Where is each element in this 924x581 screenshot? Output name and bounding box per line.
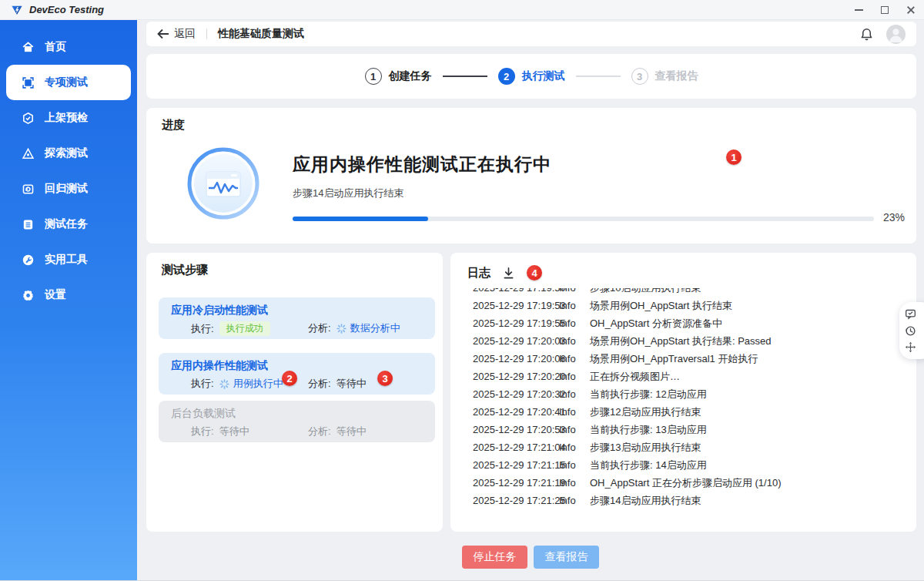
spinner-icon bbox=[336, 324, 346, 334]
sidebar-item-label: 上架预检 bbox=[45, 111, 88, 125]
step-create-task: 1 创建任务 bbox=[365, 68, 432, 85]
exec-status: 用例执行中 bbox=[233, 377, 283, 391]
sidebar-item-home[interactable]: 首页 bbox=[6, 29, 131, 65]
page-title: 性能基础质量测试 bbox=[218, 27, 304, 41]
test-step-in-app-operation[interactable]: 应用内操作性能测试 执行: 用例执行中 分析: 等待中 2 3 bbox=[159, 353, 435, 395]
log-level: Info bbox=[559, 297, 590, 314]
sidebar-item-utilities[interactable]: 实用工具 bbox=[6, 242, 131, 277]
log-timestamp: 2025-12-29 17:19:50 bbox=[473, 288, 559, 297]
log-message: OH_AppStart 正在分析步骤启动应用 (1/10) bbox=[590, 474, 782, 492]
log-timestamp: 2025-12-29 17:21:25 bbox=[473, 492, 559, 509]
sidebar-item-exploratory-test[interactable]: 探索测试 bbox=[6, 136, 131, 171]
log-message: OH_AppStart 分析资源准备中 bbox=[590, 314, 722, 332]
log-message: 场景用例OH_AppStart 执行结束 bbox=[590, 297, 732, 314]
tools-icon bbox=[22, 254, 35, 267]
log-row: 2025-12-29 17:20:20 Info 正在拆分视频图片… bbox=[450, 368, 913, 385]
log-message: 步骤13启动应用执行结束 bbox=[590, 438, 701, 456]
regression-icon bbox=[22, 183, 35, 196]
progress-percent: 23% bbox=[883, 211, 905, 223]
back-arrow-icon bbox=[157, 29, 169, 39]
download-log-icon[interactable] bbox=[502, 267, 515, 280]
sidebar-item-label: 首页 bbox=[45, 40, 66, 54]
log-message: 当前执行步骤: 14启动应用 bbox=[590, 456, 707, 474]
sidebar-item-label: 探索测试 bbox=[45, 146, 88, 160]
back-button[interactable]: 返回 bbox=[157, 27, 196, 41]
sidebar-item-settings[interactable]: 设置 bbox=[6, 277, 131, 313]
log-level: Info bbox=[559, 403, 590, 421]
step-label: 创建任务 bbox=[389, 69, 432, 83]
log-row: 2025-12-29 17:19:55 Info OH_AppStart 分析资… bbox=[450, 314, 913, 332]
analysis-status: 数据分析中 bbox=[350, 321, 400, 335]
test-step-name: 应用内操作性能测试 bbox=[171, 359, 435, 373]
log-title: 日志 bbox=[467, 266, 490, 280]
close-button[interactable] bbox=[898, 0, 924, 19]
spinner-icon bbox=[219, 379, 229, 389]
header-divider bbox=[206, 29, 207, 39]
test-step-cold-start[interactable]: 应用冷启动性能测试 执行: 执行成功 分析: 数据分析中 bbox=[159, 297, 435, 339]
log-message: 场景用例OH_AppStart 执行结果: Passed bbox=[590, 332, 772, 350]
sidebar-item-special-test[interactable]: 专项测试 bbox=[6, 65, 131, 100]
log-message: 正在拆分视频图片… bbox=[590, 368, 680, 385]
log-message: 步骤10启动应用执行结束 bbox=[590, 288, 701, 297]
stop-task-button[interactable]: 停止任务 bbox=[462, 546, 527, 569]
log-row: 2025-12-29 17:20:32 Info 当前执行步骤: 12启动应用 bbox=[450, 385, 913, 403]
triangle-explore-icon bbox=[22, 147, 35, 160]
home-icon bbox=[22, 41, 35, 54]
log-timestamp: 2025-12-29 17:20:32 bbox=[473, 385, 559, 403]
log-timestamp: 2025-12-29 17:20:41 bbox=[473, 403, 559, 421]
view-report-button[interactable]: 查看报告 bbox=[534, 546, 599, 569]
sidebar: 首页 专项测试 上架预检 探索测试 回归测试 测试任务 实用工具 设置 bbox=[0, 20, 137, 581]
log-timestamp: 2025-12-29 17:20:06 bbox=[473, 350, 559, 368]
hexagon-check-icon bbox=[22, 112, 35, 125]
analysis-label: 分析: bbox=[308, 377, 331, 391]
progress-bar-fill bbox=[293, 217, 428, 221]
log-row: 2025-12-29 17:19:53 Info 场景用例OH_AppStart… bbox=[450, 297, 913, 314]
task-list-icon bbox=[22, 218, 35, 231]
log-level: Info bbox=[559, 421, 590, 438]
progress-bar bbox=[293, 217, 874, 221]
deveco-logo-icon bbox=[11, 4, 23, 16]
log-scroll-area[interactable]: 2025-12-29 17:19:50 Info 步骤10启动应用执行结束 20… bbox=[450, 288, 913, 524]
exec-label: 执行: bbox=[191, 322, 214, 336]
move-handle-icon[interactable] bbox=[905, 341, 916, 353]
annotation-badge-4: 4 bbox=[527, 265, 542, 280]
sidebar-item-regression-test[interactable]: 回归测试 bbox=[6, 171, 131, 207]
log-timestamp: 2025-12-29 17:19:53 bbox=[473, 297, 559, 314]
sidebar-item-prelaunch-check[interactable]: 上架预检 bbox=[6, 100, 131, 136]
page-header: 返回 性能基础质量测试 bbox=[146, 22, 916, 46]
log-level: Info bbox=[559, 438, 590, 456]
user-avatar[interactable] bbox=[886, 25, 906, 44]
maximize-icon bbox=[881, 6, 889, 14]
log-timestamp: 2025-12-29 17:20:20 bbox=[473, 368, 559, 385]
annotation-badge-1: 1 bbox=[726, 149, 742, 165]
minimize-button[interactable] bbox=[845, 0, 872, 19]
analysis-status: 等待中 bbox=[336, 425, 367, 438]
annotation-badge-3: 3 bbox=[377, 371, 393, 386]
sidebar-item-test-tasks[interactable]: 测试任务 bbox=[6, 207, 131, 242]
log-level: Info bbox=[559, 332, 590, 350]
current-step-text: 步骤14启动应用执行结束 bbox=[293, 186, 403, 200]
test-step-name: 应用冷启动性能测试 bbox=[171, 304, 435, 317]
history-icon[interactable] bbox=[905, 325, 916, 337]
analysis-status: 等待中 bbox=[336, 377, 367, 391]
log-row: 2025-12-29 17:20:41 Info 步骤12启动应用执行结束 bbox=[450, 403, 913, 421]
log-panel: 日志 4 2025-12-29 17:19:50 Info 步骤10启动应用执行… bbox=[450, 253, 916, 532]
step-label: 执行测试 bbox=[522, 69, 565, 83]
step-label: 查看报告 bbox=[655, 69, 698, 83]
test-step-background-load[interactable]: 后台负载测试 执行: 等待中 分析: 等待中 bbox=[159, 401, 435, 442]
feedback-icon[interactable] bbox=[905, 308, 916, 320]
maximize-button[interactable] bbox=[872, 0, 898, 19]
analysis-label: 分析: bbox=[308, 321, 331, 335]
log-row: 2025-12-29 17:19:50 Info 步骤10启动应用执行结束 bbox=[450, 288, 913, 297]
performance-chart-icon bbox=[186, 146, 260, 220]
log-level: Info bbox=[559, 314, 590, 332]
log-row: 2025-12-29 17:20:03 Info 场景用例OH_AppStart… bbox=[450, 332, 913, 350]
sidebar-item-label: 测试任务 bbox=[45, 217, 88, 231]
notification-bell-icon[interactable] bbox=[859, 27, 874, 42]
gear-icon bbox=[22, 289, 35, 302]
log-message: 当前执行步骤: 12启动应用 bbox=[590, 385, 707, 403]
exec-status-badge: 执行成功 bbox=[219, 321, 270, 336]
exec-status: 等待中 bbox=[219, 425, 249, 438]
step-number: 1 bbox=[365, 68, 382, 85]
close-icon bbox=[906, 5, 916, 15]
